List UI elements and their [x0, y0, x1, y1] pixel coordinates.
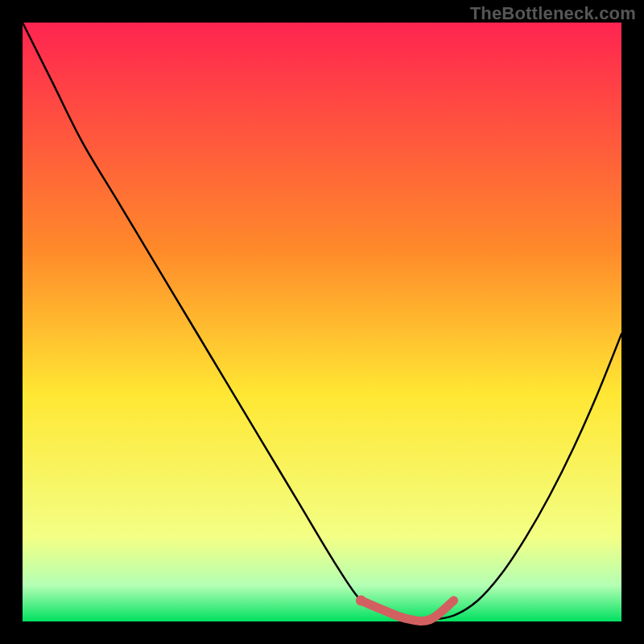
chart-frame: { "watermark": "TheBottleneck.com", "col… [0, 0, 644, 644]
gradient-background [23, 23, 621, 621]
bottleneck-chart [0, 0, 644, 644]
watermark-text: TheBottleneck.com [470, 3, 636, 24]
optimal-range-start-dot [356, 595, 366, 605]
